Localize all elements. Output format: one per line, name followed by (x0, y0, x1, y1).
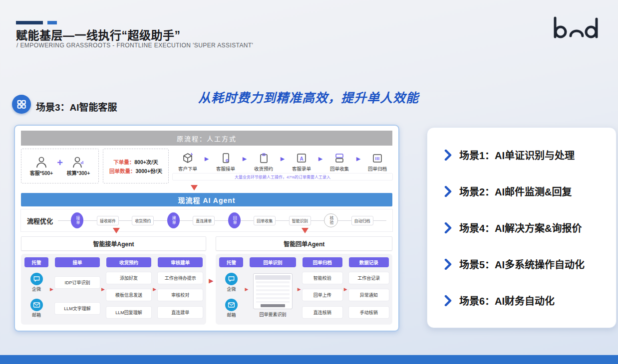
scenario-item-1[interactable]: 场景1：AI单证识别与处理 (444, 148, 599, 162)
flow-arrow-icon: ▶ (356, 156, 360, 162)
column-header: 回单识别 (250, 257, 296, 267)
flow-step: 客服接单 (213, 152, 239, 172)
metric-receipts: 回单数量： 3000+份/天 (109, 167, 162, 175)
flow-step: 回单收集 (326, 152, 352, 172)
footer-blue-strip (0, 355, 618, 364)
metric-orders: 下单量： 800+次/天 (113, 158, 158, 166)
accent-dash-dark (16, 21, 43, 24)
scenario-list-panel: 场景1：AI单证识别与处理 场景2：AI邮件监测&回复 场景4：AI解决方案&询… (427, 127, 617, 328)
flow-step: 收货预约 (251, 152, 277, 172)
capability-item: IDP订单识别 (55, 277, 100, 288)
column-header: 回单归档 (303, 257, 342, 267)
chain-link (119, 220, 132, 221)
capability-item: LLM回复理解 (106, 307, 151, 318)
capability-item: 回单上传 (303, 289, 342, 301)
scenario-item-4[interactable]: 场景4：AI解决方案&询报价 (444, 220, 599, 235)
title-accent-dashes (16, 21, 57, 24)
red-down-arrow-icon (302, 228, 309, 237)
screenshot-thumbnail (253, 273, 293, 309)
hosting-column: 托管 企微 (219, 257, 243, 321)
chain-link (373, 220, 386, 221)
chat-bubble-icon (225, 273, 238, 285)
chain-link (276, 220, 289, 221)
chain-node-circle: 核验 (324, 213, 338, 227)
receipt-screenshot: 回单要素识别 (250, 269, 296, 321)
chain-link (83, 220, 96, 221)
chevron-right-icon (444, 222, 452, 233)
receipt-agent-section: 智能回单Agent 托管 企微 (216, 236, 392, 325)
staff-box: 客服*500+ + 核算*300+ (21, 149, 99, 183)
chain-node-box: 收货预约 (132, 216, 154, 225)
envelope-icon (30, 299, 43, 311)
red-right-arrow-icon: ▶ (151, 287, 158, 292)
metrics-box: 下单量： 800+次/天 回单数量： 3000+份/天 (103, 149, 169, 183)
chain-node-box: 接收邮件 (97, 216, 119, 225)
red-down-arrow-icon (113, 228, 120, 237)
flow-step-label: 回单归档 (368, 165, 387, 172)
chain-link (311, 220, 324, 221)
accent-dash-light (47, 21, 57, 24)
channel-label: 企微 (32, 286, 41, 292)
chain-node-box: 直连建单 (193, 216, 215, 225)
staff-accountant: 核算*300+ (67, 156, 90, 177)
chain-node-label: 建单 (171, 216, 175, 225)
chain-node-box: 自动归档 (351, 216, 373, 225)
review-column: 审核建单 工作台待办提示 审核校对 直连建单 (158, 257, 203, 321)
chain-node-label: 核验 (329, 216, 333, 225)
capability-item: LLM文字理解 (55, 303, 100, 314)
capability-item: 手动核销 (349, 307, 389, 318)
data-record-column: 数据记录 工作台记录 异常通知 手动核销 (349, 257, 389, 321)
accountant-person-icon (72, 156, 85, 169)
booking-column: 收货预约 添加好友 模板信息发送 LLM回复理解 (106, 257, 151, 321)
metric-receipts-label: 回单数量： (109, 167, 136, 175)
document-a-icon: A (296, 152, 308, 164)
channel-wecom: 企微 (24, 273, 48, 292)
channel-label: 邮箱 (32, 312, 41, 318)
chain-link (180, 220, 193, 221)
column-header: 托管 (24, 257, 48, 267)
metric-receipts-value: 3000+份/天 (136, 167, 162, 175)
scenario-item-6[interactable]: 场景6：AI财务自动化 (444, 293, 599, 308)
red-right-arrow-icon: ▶ (48, 287, 55, 292)
intake-agent-section: 智能接单Agent 托管 企微 (21, 236, 206, 325)
intake-agent-body: 托管 企微 (21, 254, 206, 325)
old-process-row: 客服*500+ + 核算*300+ 下单量： 800+次/天 回单数量 (21, 149, 392, 183)
chevron-right-icon (444, 186, 452, 197)
column-header: 接单 (55, 257, 100, 267)
chain-node-label: 接单 (75, 216, 79, 225)
slide: 赋能基层—一线执行“超级助手” / EMPOWERING GRASSROOTS … (0, 0, 618, 364)
hosting-column: 托管 企微 (24, 257, 48, 321)
flow-arrow-icon: ▶ (243, 156, 247, 162)
red-right-arrow-icon: ▶ (208, 277, 214, 284)
staff-agent: 客服*500+ (30, 156, 53, 177)
column-header: 托管 (219, 257, 243, 267)
chain-link (215, 220, 228, 221)
manual-flow: 客户下单 ▶ 客服接单 ▶ 收货预约 (173, 149, 392, 183)
bcd-logo-icon (548, 14, 604, 43)
staff-accountant-label: 核算*300+ (67, 169, 90, 177)
scenario-item-5[interactable]: 场景5：AI多系统操作自动化 (444, 257, 599, 271)
svg-text:A: A (300, 156, 303, 162)
chain-node-box: 智能识别 (289, 216, 311, 225)
intake-agent-title: 智能接单Agent (21, 236, 206, 251)
flow-step: A 客服录单 (289, 152, 314, 172)
channel-label: 邮箱 (227, 312, 236, 318)
scenario-item-label: 场景1：AI单证识别与处理 (459, 148, 575, 162)
scenario-item-2[interactable]: 场景2：AI邮件监测&回复 (444, 184, 599, 198)
chain-node-oval: 建单 (167, 212, 180, 228)
archive-column: 回单归档 智能校验 回单上传 直连核销 (303, 257, 342, 321)
archive-icon (371, 152, 383, 164)
scenario-item-label: 场景4：AI解决方案&询报价 (459, 220, 582, 235)
envelope-icon (225, 299, 238, 311)
clipboard-icon (258, 152, 270, 164)
flow-step-label: 客服接单 (216, 165, 235, 172)
flow-step: 回单归档 (364, 152, 390, 172)
capability-item: 添加好友 (106, 272, 151, 284)
headline: 从耗时费力到精准高效，提升单人效能 (184, 88, 433, 106)
chevron-right-icon (444, 150, 452, 161)
metric-orders-value: 800+次/天 (134, 158, 158, 166)
page-title: 赋能基层—一线执行“超级助手” (16, 26, 181, 43)
chain-node-oval: 接单 (71, 212, 83, 228)
plus-sign: + (57, 157, 63, 169)
chain-link (241, 220, 254, 221)
